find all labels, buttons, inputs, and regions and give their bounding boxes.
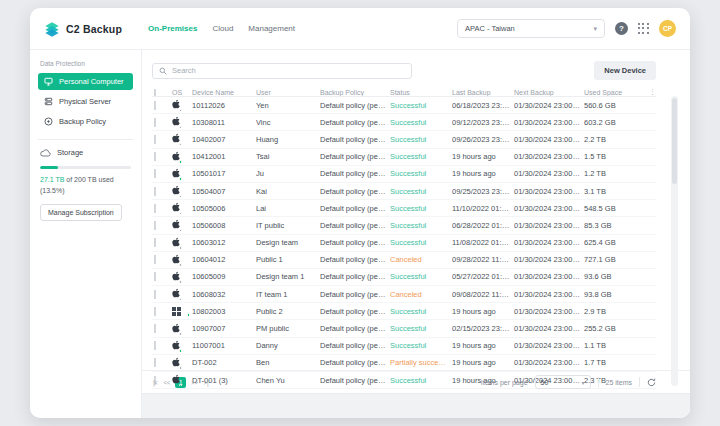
row-checkbox[interactable] bbox=[154, 290, 156, 299]
macos-icon bbox=[172, 205, 180, 214]
select-all-checkbox[interactable] bbox=[154, 89, 156, 96]
last-backup-cell: 09/25/2023 23:02:52 bbox=[452, 187, 514, 196]
row-checkbox[interactable] bbox=[154, 169, 156, 178]
row-checkbox[interactable] bbox=[154, 324, 156, 333]
row-checkbox[interactable] bbox=[154, 135, 156, 144]
next-backup-cell: 01/30/2024 23:00:00 bbox=[514, 238, 584, 247]
table-row[interactable]: 10506008IT publicDefault policy (person.… bbox=[152, 217, 656, 234]
table-row[interactable]: 10604012Public 1Default policy (person..… bbox=[152, 252, 656, 269]
table-row[interactable]: 10504007KaiDefault policy (person...Succ… bbox=[152, 183, 656, 200]
last-page-button[interactable]: >| bbox=[203, 379, 209, 386]
status-cell: Successful bbox=[390, 187, 452, 196]
vertical-scrollbar[interactable] bbox=[671, 96, 678, 386]
row-checkbox[interactable] bbox=[154, 204, 156, 213]
row-checkbox-cell bbox=[152, 255, 172, 264]
user-cell: Danny bbox=[256, 341, 320, 350]
row-checkbox[interactable] bbox=[154, 341, 156, 350]
column-header-user: User bbox=[256, 89, 320, 96]
offline-status-dot bbox=[179, 298, 183, 301]
backup-policy-cell: Default policy (person... bbox=[320, 169, 390, 178]
macos-icon bbox=[172, 136, 180, 145]
row-checkbox[interactable] bbox=[154, 307, 156, 316]
policy-icon bbox=[44, 117, 53, 126]
table-row[interactable]: 10907007PM publicDefault policy (person.… bbox=[152, 320, 656, 337]
next-page-button[interactable]: >> bbox=[190, 379, 199, 386]
top-navigation: C2 Backup On-PremisesCloudManagement APA… bbox=[30, 8, 690, 50]
status-cell: Successful bbox=[390, 221, 452, 230]
table-row[interactable]: 10402007HuangDefault policy (person...Su… bbox=[152, 131, 656, 148]
row-checkbox[interactable] bbox=[154, 272, 156, 281]
row-checkbox[interactable] bbox=[154, 358, 156, 367]
row-checkbox[interactable] bbox=[154, 118, 156, 127]
table-row[interactable]: 10802003Public 2Default policy (person..… bbox=[152, 303, 656, 320]
search-box[interactable] bbox=[152, 63, 412, 79]
os-cell bbox=[172, 219, 192, 231]
nav-tab-on-premises[interactable]: On-Premises bbox=[148, 24, 197, 33]
os-cell bbox=[172, 116, 192, 128]
sidebar-item-personal-computer[interactable]: Personal Computer bbox=[38, 73, 133, 90]
table-row[interactable]: 10501017JuDefault policy (person...Succe… bbox=[152, 166, 656, 183]
table-row[interactable]: 10505006LaiDefault policy (person...Succ… bbox=[152, 200, 656, 217]
row-checkbox[interactable] bbox=[154, 101, 156, 110]
sidebar-item-storage[interactable]: Storage bbox=[38, 148, 133, 157]
sidebar-item-backup-policy[interactable]: Backup Policy bbox=[38, 113, 133, 130]
apps-grid-icon[interactable] bbox=[638, 23, 649, 34]
next-backup-cell: 01/30/2024 23:00:00 bbox=[514, 135, 584, 144]
region-selector[interactable]: APAC - Taiwan ▾ bbox=[457, 19, 605, 38]
column-settings-icon[interactable]: ⋮ bbox=[649, 88, 656, 96]
total-items-label: 25 items bbox=[606, 379, 632, 386]
last-backup-cell: 06/18/2023 23:00:11 bbox=[452, 101, 514, 110]
prev-page-button[interactable]: << bbox=[162, 379, 171, 386]
table-row[interactable]: 10603012Design teamDefault policy (perso… bbox=[152, 235, 656, 252]
macos-icon bbox=[172, 343, 180, 352]
os-cell bbox=[172, 340, 192, 352]
sidebar-item-physical-server[interactable]: Physical Server bbox=[38, 93, 133, 110]
status-cell: Canceled bbox=[390, 255, 452, 264]
help-icon[interactable]: ? bbox=[615, 22, 628, 35]
row-checkbox-cell bbox=[152, 152, 172, 161]
table-row[interactable]: 10412001TsaiDefault policy (person...Suc… bbox=[152, 149, 656, 166]
next-backup-cell: 01/30/2024 23:00:00 bbox=[514, 324, 584, 333]
user-cell: Ben bbox=[256, 358, 320, 367]
row-checkbox[interactable] bbox=[154, 187, 156, 196]
device-name-cell: 10603012 bbox=[192, 238, 256, 247]
next-backup-cell: 01/30/2024 23:00:00 bbox=[514, 204, 584, 213]
status-cell: Successful bbox=[390, 324, 452, 333]
refresh-icon[interactable] bbox=[647, 378, 656, 387]
row-checkbox[interactable] bbox=[154, 255, 156, 264]
column-header-status: Status bbox=[390, 89, 452, 96]
app-logo: C2 Backup bbox=[44, 21, 122, 37]
manage-subscription-button[interactable]: Manage Subscription bbox=[40, 204, 122, 221]
table-row[interactable]: 11007001DannyDefault policy (person...Su… bbox=[152, 338, 656, 355]
row-checkbox[interactable] bbox=[154, 221, 156, 230]
backup-policy-cell: Default policy (person... bbox=[320, 118, 390, 127]
storage-used-value: 27.1 TB bbox=[40, 176, 64, 183]
search-input[interactable] bbox=[172, 66, 405, 75]
table-footer: |< << 1 >> >| Items per page 50 ▾ 25 ite… bbox=[142, 370, 690, 393]
table-row[interactable]: 10605009Design team 1Default policy (per… bbox=[152, 269, 656, 286]
select-all-column[interactable] bbox=[152, 89, 172, 96]
items-per-page-select[interactable]: 50 ▾ bbox=[535, 375, 591, 389]
storage-usage-text: 27.1 TB of 200 TB used (13.5%) bbox=[38, 175, 133, 196]
first-page-button[interactable]: |< bbox=[152, 379, 158, 386]
nav-tab-cloud[interactable]: Cloud bbox=[212, 24, 233, 33]
user-cell: Design team 1 bbox=[256, 272, 320, 281]
device-name-cell: 10907007 bbox=[192, 324, 256, 333]
table-row[interactable]: 10608032IT team 1Default policy (person.… bbox=[152, 286, 656, 303]
sidebar-divider bbox=[38, 139, 133, 140]
table-row[interactable]: 10308011VincDefault policy (person...Suc… bbox=[152, 114, 656, 131]
backup-policy-cell: Default policy (person... bbox=[320, 272, 390, 281]
user-avatar[interactable]: CP bbox=[659, 20, 676, 37]
device-table: OSDevice NameUserBackup PolicyStatusLast… bbox=[142, 80, 690, 370]
row-checkbox[interactable] bbox=[154, 152, 156, 161]
scrollbar-thumb[interactable] bbox=[672, 98, 677, 184]
used-space-cell: 1.7 TB bbox=[584, 358, 632, 367]
last-backup-cell: 05/27/2022 01:00:10 bbox=[452, 272, 514, 281]
new-device-button[interactable]: New Device bbox=[594, 61, 656, 80]
row-checkbox[interactable] bbox=[154, 238, 156, 247]
device-name-cell: DT-002 bbox=[192, 358, 256, 367]
nav-tab-management[interactable]: Management bbox=[248, 24, 295, 33]
table-row[interactable]: 10112026YenDefault policy (person...Succ… bbox=[152, 97, 656, 114]
status-cell: Successful bbox=[390, 152, 452, 161]
bottom-strip bbox=[142, 393, 690, 418]
